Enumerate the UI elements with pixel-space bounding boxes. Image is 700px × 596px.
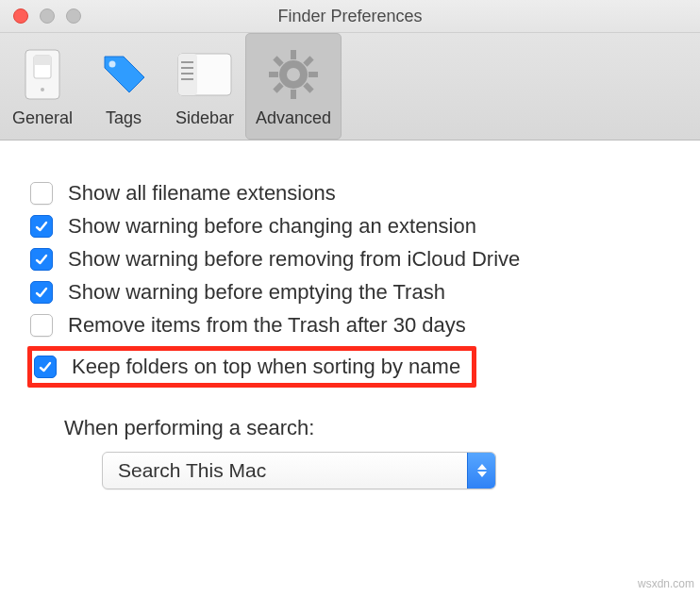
search-section-label: When performing a search: [64,416,681,440]
svg-point-3 [41,88,44,91]
checkbox-icon[interactable] [30,314,53,337]
checkbox-icon[interactable] [30,248,53,271]
checkbox-icon[interactable] [34,356,57,378]
window-controls [0,8,81,24]
select-value: Search This Mac [118,459,266,482]
minimize-window-button[interactable] [40,8,55,24]
svg-rect-17 [303,82,313,92]
option-label: Show warning before removing from iCloud… [68,247,520,272]
svg-rect-2 [34,56,51,65]
zoom-window-button[interactable] [66,8,81,24]
option-trash-30-days[interactable]: Remove items from the Trash after 30 day… [30,313,681,338]
tag-icon [97,46,150,103]
option-warn-extension[interactable]: Show warning before changing an extensio… [30,214,681,239]
svg-point-20 [287,68,300,81]
window-title: Finder Preferences [0,7,700,26]
tab-tags[interactable]: Tags [83,33,164,140]
preferences-toolbar: General Tags Sidebar [0,33,700,141]
tab-label: Tags [106,108,142,128]
svg-rect-14 [269,72,278,77]
gear-icon [267,46,320,103]
svg-rect-19 [273,82,283,92]
tab-advanced[interactable]: Advanced [245,33,342,140]
option-show-extensions[interactable]: Show all filename extensions [30,181,681,206]
switch-icon [22,46,63,103]
svg-rect-12 [291,50,296,59]
search-scope-select[interactable]: Search This Mac [102,452,496,489]
checkbox-icon[interactable] [30,281,53,304]
highlighted-option: Keep folders on top when sorting by name [27,346,476,388]
chevron-up-down-icon [467,453,495,488]
sidebar-icon [177,46,232,103]
checkbox-icon[interactable] [30,182,53,205]
option-warn-trash[interactable]: Show warning before emptying the Trash [30,280,681,305]
tab-general[interactable]: General [2,33,83,140]
option-warn-icloud[interactable]: Show warning before removing from iCloud… [30,247,681,272]
option-label: Show all filename extensions [68,181,336,206]
titlebar: Finder Preferences [0,0,700,33]
svg-rect-18 [303,56,313,66]
close-window-button[interactable] [13,8,28,24]
option-label: Remove items from the Trash after 30 day… [68,313,466,338]
option-folders-on-top[interactable]: Keep folders on top when sorting by name [34,355,460,379]
tab-sidebar[interactable]: Sidebar [164,33,245,140]
watermark: wsxdn.com [638,577,694,590]
option-label: Show warning before emptying the Trash [68,280,445,305]
svg-rect-16 [273,56,283,66]
tab-label: General [12,108,73,128]
option-label: Show warning before changing an extensio… [68,214,476,239]
checkbox-icon[interactable] [30,215,53,238]
svg-rect-13 [291,90,296,99]
advanced-pane: Show all filename extensions Show warnin… [0,141,700,518]
tab-label: Advanced [256,108,331,128]
tab-label: Sidebar [175,108,234,128]
svg-point-4 [109,61,116,68]
option-label: Keep folders on top when sorting by name [72,355,460,379]
svg-rect-15 [308,72,318,77]
